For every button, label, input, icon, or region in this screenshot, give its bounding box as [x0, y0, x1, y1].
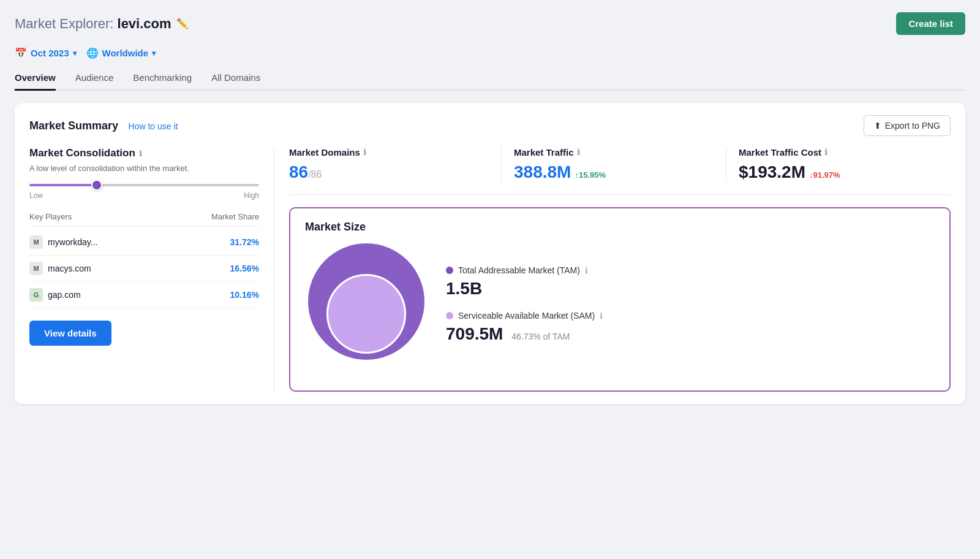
market-legend: Total Addressable Market (TAM) ℹ 1.5B Se… [446, 265, 935, 356]
chevron-down-icon: ▾ [152, 49, 156, 58]
tam-dot [446, 267, 453, 274]
tam-value: 1.5B [446, 279, 935, 299]
domain-myworkday: myworkday... [48, 237, 97, 247]
tab-audience[interactable]: Audience [75, 72, 114, 91]
sam-legend-item: Serviceable Available Market (SAM) ℹ 709… [446, 311, 935, 344]
domain-gap: gap.com [48, 290, 81, 300]
consolidation-slider[interactable]: Low High [29, 184, 259, 200]
left-panel: Market Consolidation ℹ A low level of co… [29, 147, 274, 392]
favicon-gap: G [29, 288, 43, 302]
region-filter-button[interactable]: 🌐 Worldwide ▾ [86, 45, 156, 61]
metric-traffic: Market Traffic ℹ 388.8M ↑15.95% [502, 147, 726, 182]
market-summary-card: Market Summary How to use it ⬆ Export to… [15, 103, 965, 404]
metric-traffic-value: 388.8M [514, 162, 571, 182]
table-row: M macys.com 16.56% [29, 256, 259, 282]
info-icon[interactable]: ℹ [824, 148, 827, 157]
favicon-macys: M [29, 262, 43, 275]
metric-traffic-label: Market Traffic [514, 147, 574, 158]
metric-cost-change: ↓91.97% [809, 170, 840, 180]
info-icon[interactable]: ℹ [363, 148, 366, 157]
metric-domains-label: Market Domains [289, 147, 360, 158]
calendar-icon: 📅 [15, 47, 27, 59]
domain-macys: macys.com [48, 264, 91, 273]
edit-icon[interactable]: ✏️ [176, 18, 189, 29]
info-icon[interactable]: ℹ [600, 311, 603, 321]
market-size-panel: Market Size [289, 207, 951, 392]
slider-high-label: High [244, 191, 259, 200]
metric-cost-label: Market Traffic Cost [739, 147, 821, 158]
date-filter-button[interactable]: 📅 Oct 2023 ▾ [15, 45, 77, 61]
info-icon[interactable]: ℹ [585, 266, 588, 275]
consolidation-title: Market Consolidation ℹ [29, 147, 259, 159]
metric-domains-value: 86/86 [289, 162, 489, 182]
metrics-row: Market Domains ℹ 86/86 Market Traffic ℹ [289, 147, 951, 195]
share-gap: 10.16% [230, 290, 259, 300]
metric-domains: Market Domains ℹ 86/86 [289, 147, 502, 182]
slider-low-label: Low [29, 191, 43, 200]
page-title: Market Explorer: levi.com [15, 16, 172, 32]
sam-value: 709.5M 46.73% of TAM [446, 324, 935, 344]
info-icon[interactable]: ℹ [577, 148, 580, 157]
tab-all-domains[interactable]: All Domains [211, 72, 260, 91]
create-list-button[interactable]: Create list [896, 12, 965, 35]
share-myworkday: 31.72% [230, 237, 259, 247]
sam-sub: 46.73% of TAM [511, 332, 570, 341]
favicon-myworkday: M [29, 235, 43, 249]
table-row: M myworkday... 31.72% [29, 229, 259, 256]
tab-benchmarking[interactable]: Benchmarking [133, 72, 192, 91]
venn-inner-circle [326, 274, 406, 354]
tam-label: Total Addressable Market (TAM) [458, 265, 580, 275]
kp-col1-header: Key Players [29, 212, 72, 221]
tab-overview[interactable]: Overview [15, 72, 56, 91]
kp-col2-header: Market Share [211, 212, 259, 221]
card-title-area: Market Summary How to use it [29, 120, 178, 132]
metric-cost-value: $193.2M [739, 162, 805, 182]
consolidation-description: A low level of consolidation within the … [29, 163, 259, 174]
market-size-title: Market Size [305, 221, 935, 234]
sam-dot [446, 312, 453, 319]
chevron-down-icon: ▾ [73, 49, 77, 58]
globe-icon: 🌐 [86, 47, 99, 59]
share-macys: 16.56% [230, 264, 259, 273]
export-icon: ⬆ [874, 121, 881, 131]
metric-traffic-change: ↑15.95% [575, 170, 606, 180]
right-panel: Market Domains ℹ 86/86 Market Traffic ℹ [274, 147, 951, 392]
table-row: G gap.com 10.16% [29, 282, 259, 308]
how-to-use-link[interactable]: How to use it [129, 121, 178, 131]
key-players-table: Key Players Market Share M myworkday... … [29, 212, 259, 308]
venn-diagram [305, 243, 428, 378]
sam-label: Serviceable Available Market (SAM) [458, 311, 595, 321]
info-icon[interactable]: ℹ [139, 149, 142, 158]
export-button[interactable]: ⬆ Export to PNG [864, 115, 951, 136]
view-details-button[interactable]: View details [29, 321, 111, 346]
market-summary-title: Market Summary [29, 120, 118, 132]
metric-cost: Market Traffic Cost ℹ $193.2M ↓91.97% [726, 147, 951, 182]
tabs-nav: Overview Audience Benchmarking All Domai… [15, 72, 965, 91]
tam-legend-item: Total Addressable Market (TAM) ℹ 1.5B [446, 265, 935, 299]
